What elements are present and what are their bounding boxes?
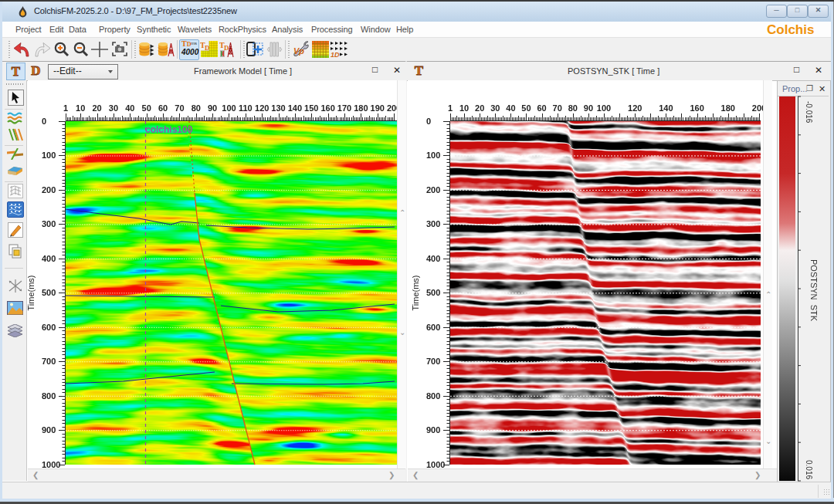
svg-text:D: D [224, 44, 229, 52]
svg-text:Vp: Vp [293, 46, 304, 56]
svg-text:1D: 1D [331, 51, 340, 58]
